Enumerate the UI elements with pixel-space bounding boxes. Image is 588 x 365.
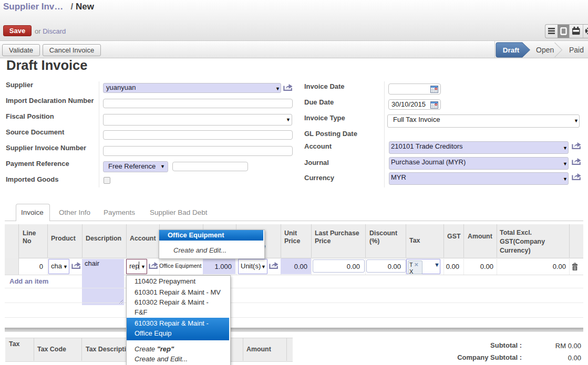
svg-text:Draft: Draft	[503, 46, 520, 54]
